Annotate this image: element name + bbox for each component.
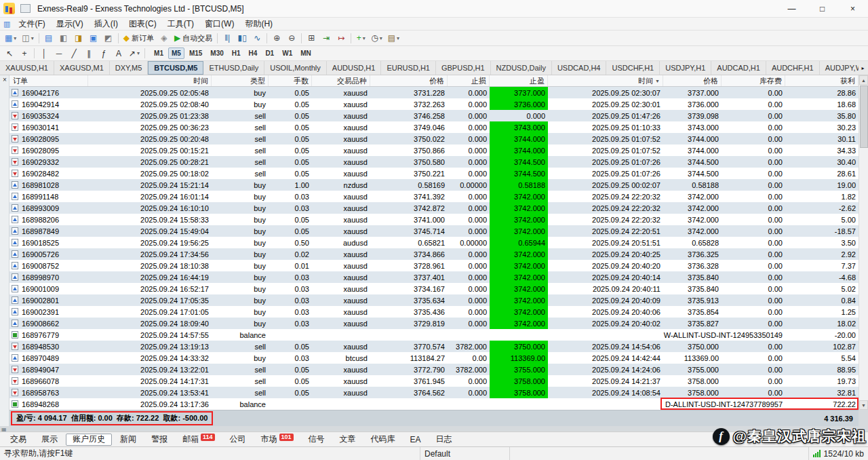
menu-item[interactable]: 窗口(W) [199, 18, 239, 30]
minimize-button[interactable]: — [776, 0, 807, 17]
indicators-button[interactable]: +▾ [354, 32, 368, 45]
templates-dropdown-icon[interactable]: ▾ [397, 35, 399, 41]
history-row[interactable]: 1690421762025.09.25 02:05:48buy0.05xauus… [9, 87, 859, 98]
chart-tab-audusd[interactable]: AUDUSD,H1 [327, 61, 382, 75]
bottom-tab-company[interactable]: 公司 [223, 434, 253, 446]
equidistant-channel-button[interactable]: ∥ [82, 47, 96, 60]
crosshair-button[interactable]: + [18, 47, 31, 60]
timeframe-m5-button[interactable]: M5 [168, 47, 184, 59]
history-row[interactable]: 1690010092025.09.24 16:52:17buy0.03xauus… [9, 283, 859, 294]
column-header-tp[interactable]: 止盈 [490, 75, 548, 86]
new-chart-dropdown-icon[interactable]: ▾ [14, 35, 16, 41]
timeframe-h4-button[interactable]: H4 [245, 47, 261, 59]
trendline-button[interactable]: ╱ [67, 47, 81, 60]
text-label-button[interactable]: A [112, 47, 125, 60]
scroll-up-button[interactable]: ▲ [859, 75, 868, 85]
status-profile[interactable]: Default [420, 447, 510, 460]
column-header-open-price[interactable]: 价格 [370, 75, 448, 86]
new-chart-button[interactable]: ▦▾ [3, 32, 18, 45]
timeframe-m30-button[interactable]: M30 [207, 47, 226, 59]
column-header-type[interactable]: 类型 [212, 75, 269, 86]
bottom-tab-codebase[interactable]: 代码库 [364, 434, 402, 446]
tile-windows-button[interactable]: ⊞ [304, 32, 318, 45]
history-row[interactable]: 1690023912025.09.24 17:01:05buy0.03xauus… [9, 306, 859, 318]
bottom-tab-news[interactable]: 新闻 [113, 434, 143, 446]
zoom-out-button[interactable]: ⊖ [285, 32, 298, 45]
candlestick-chart-button[interactable]: ▮▯ [235, 32, 249, 45]
column-header-lots[interactable]: 手数 [269, 75, 312, 86]
periods-button[interactable]: ◷▾ [369, 32, 384, 45]
history-row[interactable]: 1690301412025.09.25 00:36:23sell0.05xauu… [9, 121, 859, 133]
profiles-dropdown-icon[interactable]: ▾ [31, 35, 34, 41]
menu-item[interactable]: 帮助(H) [239, 18, 278, 30]
history-row[interactable]: 1689878492025.09.24 15:49:04buy0.05xauus… [9, 225, 859, 237]
templates-button[interactable]: ▤▾ [386, 32, 401, 45]
history-row[interactable]: 1690293322025.09.25 00:28:21sell0.05xauu… [9, 156, 859, 168]
menu-item[interactable]: 图表(C) [123, 18, 162, 30]
history-row[interactable]: 1689882062025.09.24 15:58:33buy0.05xauus… [9, 214, 859, 225]
menu-item[interactable]: 工具(T) [162, 18, 199, 30]
history-row[interactable]: 1690280952025.09.25 00:20:48sell0.05xauu… [9, 133, 859, 145]
table-scrollbar[interactable]: ▲ ▼ [859, 75, 868, 410]
chart-tab-xagusd[interactable]: XAGUSD,M1 [54, 61, 110, 75]
timeframe-d1-button[interactable]: D1 [262, 47, 277, 59]
column-header-order[interactable]: 订单 [9, 75, 88, 86]
history-row[interactable]: 1689911482025.09.24 16:01:14buy0.03xauus… [9, 191, 859, 202]
chart-tab-usoil[interactable]: USOIL,Monthly [264, 61, 327, 75]
bottom-tab-exposure[interactable]: 展示 [35, 434, 64, 446]
arrows-tool-dropdown-icon[interactable]: ▾ [137, 50, 140, 56]
history-row[interactable]: 1689930092025.09.24 16:10:10buy0.03xauus… [9, 202, 859, 214]
bar-chart-button[interactable]: ‖| [220, 32, 234, 45]
chart-tab-dxy[interactable]: DXY,M5 [110, 61, 149, 75]
history-row[interactable]: 1690353242025.09.25 01:23:38sell0.05xauu… [9, 110, 859, 121]
periods-dropdown-icon[interactable]: ▾ [380, 35, 382, 41]
history-row[interactable]: 1689660782025.09.24 14:17:31sell0.05xauu… [9, 375, 859, 387]
history-row[interactable]: 1690185252025.09.24 19:56:25buy0.50audus… [9, 237, 859, 248]
column-header-sl[interactable]: 止损 [448, 75, 490, 86]
history-row[interactable]: 1690284822025.09.25 00:18:02sell0.05xauu… [9, 168, 859, 179]
chart-tab-xauusd[interactable]: XAUUSD,H1 [0, 61, 54, 75]
autotrading-button[interactable]: ▶自动交易 [172, 32, 214, 45]
bottom-tab-ea[interactable]: EA [403, 434, 428, 446]
terminal-panel-button[interactable]: ▣ [87, 32, 100, 45]
history-row[interactable]: 1689704892025.09.24 14:33:32buy0.03btcus… [9, 352, 859, 364]
history-row[interactable]: 1690086622025.09.24 18:09:40buy0.03xauus… [9, 318, 859, 329]
chart-tab-eurusd[interactable]: EURUSD,H1 [381, 61, 436, 75]
column-header-profit[interactable]: 获利 [785, 75, 859, 86]
close-button[interactable]: × [837, 0, 868, 17]
history-row[interactable]: 1689482682025.09.24 13:17:36balanceD-ALL… [9, 398, 859, 410]
bottom-tab-mailbox[interactable]: 邮箱114 [176, 434, 222, 446]
history-row[interactable]: 1689810282025.09.24 15:21:14buy1.00nzdus… [9, 179, 859, 191]
auto-scroll-button[interactable]: ⇥ [319, 32, 333, 45]
history-row[interactable]: 1689587632025.09.24 13:53:41sell0.05xauu… [9, 387, 859, 398]
vertical-line-button[interactable]: │ [37, 47, 51, 60]
navigator-button[interactable]: ◨ [72, 32, 85, 45]
chart-shift-button[interactable]: ↦ [334, 32, 348, 45]
scroll-down-button[interactable]: ▼ [859, 400, 868, 410]
menu-item[interactable]: 显示(V) [51, 18, 89, 30]
chart-tab-gbpusd[interactable]: GBPUSD,H1 [436, 61, 491, 75]
chart-tab-nzdusd[interactable]: NZDUSD,Daily [491, 61, 552, 75]
line-chart-button[interactable]: ∿ [250, 32, 264, 45]
bottom-tab-signals[interactable]: 信号 [302, 434, 332, 446]
timeframe-mn-button[interactable]: MN [297, 47, 315, 59]
column-header-close-price[interactable]: 价格 [663, 75, 722, 86]
new-order-button[interactable]: ◆新订单 [121, 32, 156, 45]
bottom-tab-alerts[interactable]: 警报 [144, 434, 174, 446]
column-header-open-time[interactable]: 时间 [88, 75, 212, 86]
fibonacci-button[interactable]: ƒ [97, 47, 111, 60]
chart-tab-audchf[interactable]: AUDCHF,H1 [766, 61, 820, 75]
history-row[interactable]: 1689767792025.09.24 14:57:55balanceW-ALL… [9, 329, 859, 341]
chart-tab-usdcad[interactable]: USDCAD,H4 [552, 61, 607, 75]
terminal-close-button[interactable]: × [1, 76, 9, 84]
history-row[interactable]: 1689490472025.09.24 13:22:01sell0.05xauu… [9, 364, 859, 375]
timeframe-w1-button[interactable]: W1 [279, 47, 296, 59]
menu-item[interactable]: 插入(I) [89, 18, 123, 30]
timeframe-h1-button[interactable]: H1 [229, 47, 244, 59]
bottom-tab-journal[interactable]: 日志 [429, 434, 459, 446]
maximize-button[interactable]: □ [807, 0, 837, 17]
column-header-close-time[interactable]: 时间▼ [548, 75, 663, 86]
timeframe-m1-button[interactable]: M1 [151, 47, 167, 59]
arrows-tool-button[interactable]: ↗▾ [127, 47, 142, 60]
zoom-in-button[interactable]: ⊕ [270, 32, 283, 45]
